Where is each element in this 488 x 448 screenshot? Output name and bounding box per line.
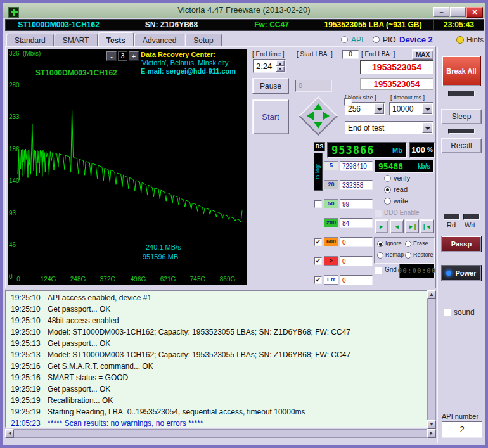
legend-tile-20: 20: [324, 180, 338, 189]
rewind-button[interactable]: ◄: [390, 219, 404, 233]
radio-label-write: write: [394, 197, 408, 205]
legend-count-200: 84: [340, 218, 373, 228]
radio-label-verify: verify: [394, 174, 410, 182]
legend-count-600: 0: [340, 237, 373, 247]
to-log-checkbox-600[interactable]: ✓: [314, 238, 322, 246]
radio-read[interactable]: [384, 186, 391, 193]
legend-tile-5: 5: [324, 161, 338, 170]
legend-count->: 0: [340, 256, 373, 266]
legend-count-Err: 0: [340, 275, 373, 285]
radio-write[interactable]: [384, 198, 391, 205]
radio-label-read: read: [394, 186, 408, 193]
legend-tile-200: 200: [324, 218, 338, 227]
play-button[interactable]: ►: [375, 219, 388, 233]
legend-count-20: 332358: [340, 180, 373, 190]
skip-forward-button[interactable]: ►|: [405, 219, 419, 233]
victoria-app-window: Victoria 4.47 Freeware (2013-02-20) – ✕ …: [0, 0, 488, 448]
to-log-checkbox-Err[interactable]: ✓: [314, 276, 322, 284]
legend-tile-Err: Err: [324, 275, 338, 285]
to-log-checkbox->[interactable]: ✓: [314, 257, 322, 265]
legend-count-5: 7298410: [340, 161, 373, 171]
legend-tile-50: 50: [324, 199, 338, 208]
to-log-checkbox-50[interactable]: [314, 200, 322, 208]
skip-back-button[interactable]: |◄: [420, 219, 434, 233]
dynamic-layer: 5729841020332358509920084✓6000✓>0✓Err0ve…: [0, 0, 488, 448]
legend-tile-600: 600: [324, 237, 338, 246]
radio-verify[interactable]: [384, 175, 391, 182]
legend-tile->: >: [324, 256, 338, 266]
legend-count-50: 99: [340, 199, 373, 209]
